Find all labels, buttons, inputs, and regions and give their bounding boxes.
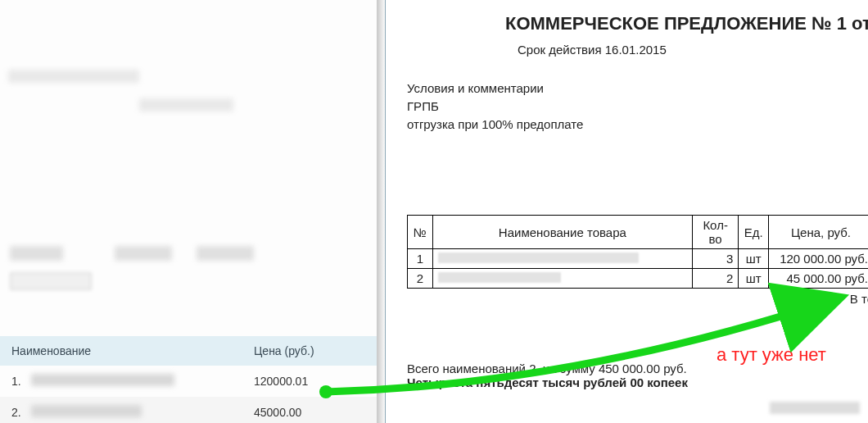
table-row: 2 2 шт 45 000.00 руб.	[408, 269, 869, 289]
col-header-name[interactable]: Наименование	[0, 344, 254, 357]
cell-price: 45 000.00 руб.	[769, 269, 868, 289]
cell-num: 1	[408, 249, 433, 269]
blurred-field	[8, 70, 139, 83]
total-words: Четыреста пятьдесят тысяч рублей 00 копе…	[407, 375, 868, 389]
doc-title: КОММЕРЧЕСКОЕ ПРЕДЛОЖЕНИЕ № 1 от 09	[407, 10, 868, 34]
blurred-button	[115, 246, 172, 261]
row-index: 1.	[0, 375, 31, 388]
table-row[interactable]: 1. 120000.01	[0, 366, 377, 397]
table-row[interactable]: 2. 45000.00	[0, 397, 377, 423]
left-pane: Наименование Цена (руб.) 1. 120000.01 2.…	[0, 0, 377, 423]
cell-unit: шт	[739, 249, 769, 269]
conditions-line: отгрузка при 100% предоплате	[407, 116, 868, 134]
th-name: Наименование товара	[432, 216, 692, 249]
cell-unit: шт	[739, 269, 769, 289]
th-qty: Кол-во	[692, 216, 738, 249]
cell-price: 120 000.00 руб.	[769, 249, 868, 269]
blurred-button	[197, 246, 254, 261]
vertical-divider	[385, 0, 386, 423]
table-header-row: № Наименование товара Кол-во Ед. Цена, р…	[408, 216, 869, 249]
valid-prefix: Срок действия	[518, 43, 605, 57]
conditions-line: ГРПБ	[407, 98, 868, 116]
cell-qty: 3	[692, 249, 738, 269]
doc-total: Всего наименований 2, на сумму 450 000.0…	[407, 362, 868, 389]
annotation-text: а тут уже нет	[717, 344, 826, 366]
doc-items-table: № Наименование товара Кол-во Ед. Цена, р…	[407, 215, 868, 289]
th-num: №	[408, 216, 433, 249]
blurred-button	[10, 246, 63, 261]
cell-qty: 2	[692, 269, 738, 289]
cell-name	[432, 269, 692, 289]
th-price: Цена, руб.	[769, 216, 868, 249]
row-name	[31, 374, 254, 389]
table-row: 1 3 шт 120 000.00 руб.	[408, 249, 869, 269]
cell-num: 2	[408, 269, 433, 289]
table-trailing-text: В то	[407, 292, 868, 306]
col-header-price[interactable]: Цена (руб.)	[254, 344, 377, 357]
row-price: 120000.01	[254, 375, 377, 388]
valid-date: 16.01.2015	[605, 43, 667, 57]
blurred-field	[139, 98, 233, 111]
left-table-header: Наименование Цена (руб.)	[0, 336, 377, 366]
shadow-divider	[377, 0, 385, 423]
row-name	[31, 405, 254, 420]
cell-name	[432, 249, 692, 269]
conditions-header: Условия и комментарии	[407, 80, 868, 98]
doc-valid-until: Срок действия 16.01.2015	[407, 34, 868, 57]
th-unit: Ед.	[739, 216, 769, 249]
blurred-footer	[770, 402, 860, 414]
blurred-dropdown	[10, 272, 92, 290]
doc-conditions: Условия и комментарии ГРПБ отгрузка при …	[407, 80, 868, 133]
left-table-body: 1. 120000.01 2. 45000.00	[0, 366, 377, 423]
row-index: 2.	[0, 406, 31, 419]
row-price: 45000.00	[254, 406, 377, 419]
